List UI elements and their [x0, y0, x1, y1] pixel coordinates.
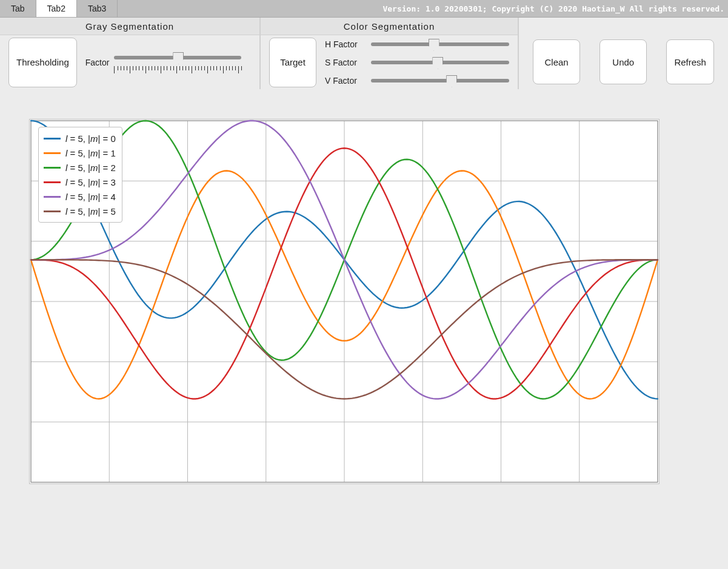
tab-0[interactable]: Tab: [0, 0, 36, 17]
clean-button[interactable]: Clean: [533, 39, 580, 84]
legend-swatch: [44, 152, 61, 154]
h-factor-label: H Factor: [325, 39, 365, 49]
legend-label: l = 5, |m| = 0: [65, 133, 116, 144]
chart-svg: [30, 120, 659, 483]
group-color-title: Color Segmentation: [261, 18, 518, 35]
undo-button[interactable]: Undo: [599, 39, 647, 84]
tab-strip: Tab Tab2 Tab3 Version: 1.0 20200301; Cop…: [0, 0, 728, 18]
gray-factor-slider[interactable]: [114, 50, 241, 65]
legend-swatch: [44, 210, 61, 212]
legend-label: l = 5, |m| = 2: [65, 163, 116, 173]
factor-label: Factor: [85, 58, 110, 67]
thresholding-button[interactable]: Thresholding: [8, 38, 77, 87]
s-factor-label: S Factor: [325, 58, 365, 67]
v-factor-slider[interactable]: [371, 73, 509, 88]
legend-label: l = 5, |m| = 4: [65, 192, 116, 202]
gray-factor-ticks: [114, 66, 241, 75]
legend-swatch: [44, 138, 61, 140]
s-factor-slider[interactable]: [371, 55, 509, 70]
legend-entry-m5: l = 5, |m| = 5: [44, 204, 116, 218]
version-label: Version: 1.0 20200301; Copyright (C) 202…: [382, 0, 724, 17]
legend-swatch: [44, 196, 61, 198]
legend-label: l = 5, |m| = 5: [65, 206, 116, 217]
h-factor-slider[interactable]: [371, 37, 509, 52]
chart-legend: l = 5, |m| = 0l = 5, |m| = 1l = 5, |m| =…: [38, 127, 122, 223]
group-actions: Clean Undo Refresh: [519, 18, 728, 89]
legend-entry-m0: l = 5, |m| = 0: [44, 131, 116, 146]
legend-swatch: [44, 167, 61, 169]
toolbar: Gray Segmentation Thresholding Factor Co…: [0, 18, 728, 89]
chart-panel: l = 5, |m| = 0l = 5, |m| = 1l = 5, |m| =…: [29, 119, 660, 484]
tab-1[interactable]: Tab2: [36, 0, 77, 17]
tab-2[interactable]: Tab3: [77, 0, 118, 17]
group-color: Color Segmentation Target H Factor S Fac…: [261, 18, 519, 89]
legend-label: l = 5, |m| = 1: [65, 148, 116, 158]
legend-label: l = 5, |m| = 3: [65, 177, 116, 187]
v-factor-label: V Factor: [325, 76, 365, 86]
refresh-button[interactable]: Refresh: [666, 39, 714, 84]
group-gray: Gray Segmentation Thresholding Factor: [0, 18, 261, 89]
legend-entry-m3: l = 5, |m| = 3: [44, 175, 116, 189]
legend-entry-m1: l = 5, |m| = 1: [44, 146, 116, 160]
legend-entry-m4: l = 5, |m| = 4: [44, 189, 116, 204]
group-gray-title: Gray Segmentation: [0, 18, 259, 35]
legend-swatch: [44, 181, 61, 183]
target-button[interactable]: Target: [269, 38, 316, 87]
legend-entry-m2: l = 5, |m| = 2: [44, 160, 116, 175]
